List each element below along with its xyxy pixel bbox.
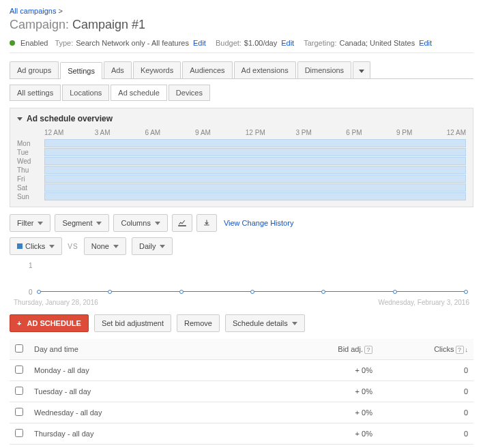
line-chart-icon	[178, 219, 186, 227]
type-edit-link[interactable]: Edit	[193, 39, 206, 47]
col-daytime[interactable]: Day and time	[29, 339, 282, 360]
cell-clicks: 0	[378, 402, 473, 423]
schedule-bar[interactable]	[44, 139, 466, 147]
day-label: Fri	[17, 175, 44, 183]
cell-bid[interactable]: + 0%	[282, 423, 378, 445]
segment-button[interactable]: Segment	[55, 214, 109, 232]
tab-audiences[interactable]: Audiences	[182, 61, 232, 78]
row-checkbox[interactable]	[15, 365, 23, 374]
metric-primary-button[interactable]: Clicks	[10, 237, 62, 255]
download-icon	[203, 219, 211, 227]
targeting-edit-link[interactable]: Edit	[419, 39, 432, 47]
time-label: 9 AM	[195, 129, 246, 136]
date-end: Wednesday, February 3, 2016	[378, 299, 469, 306]
subtab-locations[interactable]: Locations	[62, 85, 109, 101]
schedule-bar[interactable]	[44, 148, 466, 156]
sub-tabs: All settingsLocationsAd scheduleDevices	[10, 85, 473, 101]
add-schedule-button[interactable]: +AD SCHEDULE	[10, 314, 89, 332]
grid-row: Thu	[17, 166, 466, 174]
tab-dimensions[interactable]: Dimensions	[297, 61, 351, 78]
subtab-devices[interactable]: Devices	[169, 85, 210, 101]
table-row: Wednesday - all day+ 0%0	[10, 402, 473, 423]
schedule-bar[interactable]	[44, 157, 466, 165]
status-enabled[interactable]: Enabled	[20, 39, 48, 47]
chart-point[interactable]	[250, 290, 254, 294]
cell-bid[interactable]: + 0%	[282, 445, 378, 449]
breadcrumb-link[interactable]: All campaigns	[10, 7, 56, 15]
help-icon[interactable]: ?	[364, 346, 372, 354]
budget-edit-link[interactable]: Edit	[281, 39, 294, 47]
y-tick-0: 0	[29, 288, 33, 296]
tab-more[interactable]	[353, 61, 370, 78]
status-dot-icon	[10, 40, 15, 46]
cell-daytime: Tuesday - all day	[29, 381, 282, 402]
schedule-details-button[interactable]: Schedule details	[225, 314, 305, 332]
cell-clicks: 0	[378, 423, 473, 445]
schedule-table: Day and time Bid adj.? Clicks?↓ Monday -…	[10, 339, 473, 448]
time-label: 12 AM	[44, 129, 95, 136]
tab-keywords[interactable]: Keywords	[133, 61, 181, 78]
caret-down-icon	[113, 245, 119, 248]
day-label: Mon	[17, 140, 44, 147]
chart-point[interactable]	[108, 290, 112, 294]
tab-ads[interactable]: Ads	[104, 61, 132, 78]
columns-button[interactable]: Columns	[113, 214, 167, 232]
time-label: 12 PM	[246, 129, 296, 136]
download-button[interactable]	[196, 214, 217, 232]
table-row: Tuesday - all day+ 0%0	[10, 381, 473, 402]
trend-chart: 1 0	[10, 262, 473, 296]
col-clicks[interactable]: Clicks?↓	[378, 339, 473, 360]
chart-point[interactable]	[321, 290, 325, 294]
change-history-link[interactable]: View Change History	[224, 219, 294, 227]
time-label: 9 PM	[396, 129, 447, 136]
tab-ad-extensions[interactable]: Ad extensions	[234, 61, 296, 78]
action-row: +AD SCHEDULE Set bid adjustment Remove S…	[10, 314, 473, 332]
collapse-icon	[17, 117, 23, 121]
tab-ad-groups[interactable]: Ad groups	[10, 61, 59, 78]
breadcrumb: All campaigns >	[10, 7, 473, 15]
cell-bid[interactable]: + 0%	[282, 360, 378, 381]
metric-secondary-button[interactable]: None	[84, 237, 126, 255]
caret-down-icon	[96, 222, 102, 225]
chart-point[interactable]	[37, 290, 41, 294]
schedule-bar[interactable]	[44, 192, 466, 200]
granularity-button[interactable]: Daily	[132, 237, 173, 255]
date-start: Thursday, January 28, 2016	[14, 299, 98, 306]
schedule-bar[interactable]	[44, 175, 466, 183]
row-checkbox[interactable]	[15, 387, 23, 395]
row-checkbox[interactable]	[15, 429, 23, 437]
schedule-bar[interactable]	[44, 183, 466, 192]
help-icon[interactable]: ?	[456, 346, 464, 354]
cell-bid[interactable]: + 0%	[282, 402, 378, 423]
grid-row: Fri	[17, 175, 466, 183]
time-label: 6 AM	[145, 129, 195, 136]
subtab-all-settings[interactable]: All settings	[10, 85, 61, 101]
schedule-bar[interactable]	[44, 166, 466, 174]
tab-settings[interactable]: Settings	[60, 62, 102, 79]
set-bid-button[interactable]: Set bid adjustment	[94, 314, 171, 332]
chart-point[interactable]	[464, 290, 468, 294]
day-label: Tue	[17, 149, 44, 156]
targeting-value: Canada; United States	[339, 39, 415, 47]
col-bid[interactable]: Bid adj.?	[282, 339, 378, 360]
chart-point[interactable]	[393, 290, 397, 294]
row-checkbox[interactable]	[15, 408, 23, 416]
panel-header[interactable]: Ad schedule overview	[17, 114, 466, 123]
budget-value: $1.00/day	[244, 39, 277, 47]
time-label: 3 AM	[95, 129, 145, 136]
subtab-ad-schedule[interactable]: Ad schedule	[111, 85, 167, 101]
table-row: Friday - all day+ 0%0	[10, 445, 473, 449]
budget-label: Budget:	[216, 39, 241, 47]
remove-button[interactable]: Remove	[177, 314, 220, 332]
day-label: Sat	[17, 184, 44, 192]
filter-button[interactable]: Filter	[10, 214, 50, 232]
select-all-checkbox[interactable]	[15, 344, 23, 353]
cell-daytime: Thursday - all day	[29, 423, 282, 445]
status-row: Enabled Type: Search Network only - All …	[10, 39, 473, 53]
type-label: Type:	[55, 39, 73, 47]
chart-point[interactable]	[179, 290, 184, 294]
time-label: 3 PM	[296, 129, 347, 136]
chart-toggle-button[interactable]	[172, 214, 192, 232]
vs-label: VS	[68, 243, 78, 250]
cell-bid[interactable]: + 0%	[282, 381, 378, 402]
